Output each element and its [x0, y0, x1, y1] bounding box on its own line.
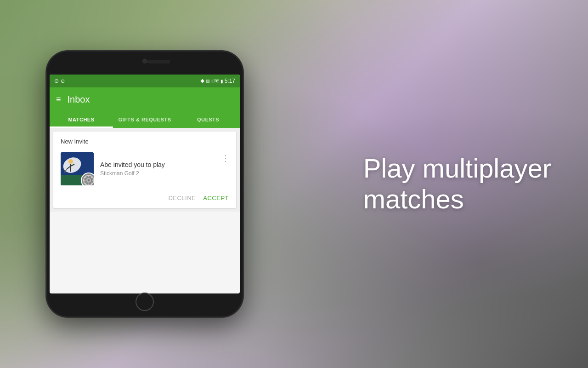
invite-game-name: Stickman Golf 2 [100, 170, 229, 177]
content-area: New Invite [50, 128, 240, 212]
accept-button[interactable]: Accept [203, 195, 229, 201]
svg-point-3 [68, 159, 73, 164]
headline-line2: matches [363, 184, 464, 214]
dharma-badge-svg [82, 173, 94, 185]
status-left-icons: ⊙ ⊙ [54, 78, 65, 84]
tab-bar: MATCHES GIFTS & REQUESTS QUESTS [50, 111, 240, 128]
invite-section-title: New Invite [53, 132, 236, 149]
phone-device: ⊙ ⊙ ✱ ▨ LTE ▮ 5:17 ≡ Inbox MATCHES GI [46, 51, 243, 317]
status-right-icons: ✱ ▨ LTE ▮ 5:17 [200, 78, 235, 84]
phone-body: ⊙ ⊙ ✱ ▨ LTE ▮ 5:17 ≡ Inbox MATCHES GI [46, 51, 243, 317]
tab-quests[interactable]: QUESTS [176, 111, 240, 128]
tab-gifts-requests[interactable]: GIFTS & REQUESTS [113, 111, 176, 128]
invite-info: Abe invited you to play Stickman Golf 2 [100, 161, 229, 177]
phone-camera [142, 59, 147, 63]
decline-button[interactable]: Decline [168, 195, 196, 201]
headline: Play multiplayer matches [363, 153, 551, 214]
more-options-icon[interactable]: ⋮ [221, 153, 230, 163]
invite-actions: Decline Accept [53, 189, 236, 208]
voicemail-icon: ⊙ [61, 78, 65, 84]
status-time: 5:17 [225, 78, 235, 84]
vibrate-icon: ▨ [206, 79, 210, 83]
app-bar: ≡ Inbox [50, 87, 240, 111]
tab-matches[interactable]: MATCHES [50, 111, 113, 128]
lte-icon: LTE [211, 79, 219, 83]
status-bar: ⊙ ⊙ ✱ ▨ LTE ▮ 5:17 [50, 75, 240, 87]
invite-card: New Invite [53, 132, 236, 208]
phone-screen: ⊙ ⊙ ✱ ▨ LTE ▮ 5:17 ≡ Inbox MATCHES GI [50, 75, 240, 293]
battery-icon: ▮ [220, 79, 223, 84]
bluetooth-icon: ✱ [200, 78, 204, 84]
phone-speaker [147, 60, 170, 63]
invite-item: 2 [53, 149, 236, 189]
phone-home-button[interactable] [136, 293, 154, 311]
svg-point-13 [88, 179, 90, 182]
wifi-icon: ⊙ [54, 78, 59, 84]
app-title: Inbox [68, 94, 90, 105]
hamburger-menu-icon[interactable]: ≡ [56, 95, 61, 104]
headline-line1: Play multiplayer [363, 153, 551, 183]
game-badge [81, 172, 94, 185]
invite-title: Abe invited you to play [100, 161, 229, 168]
game-thumbnail: 2 [61, 152, 94, 185]
